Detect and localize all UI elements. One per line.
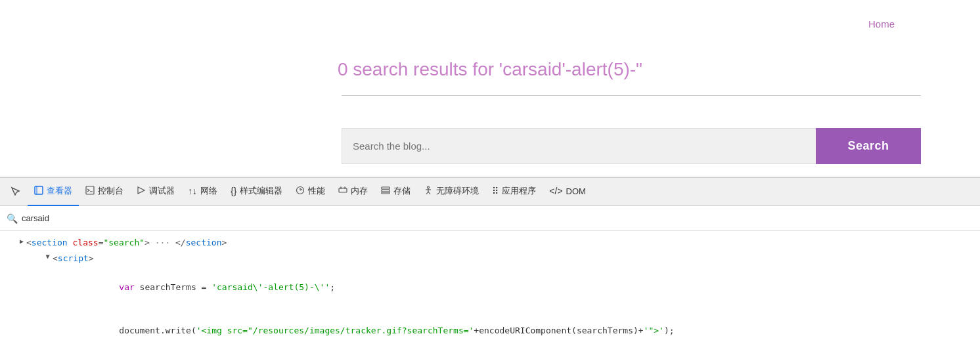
svg-rect-10 (382, 190, 390, 192)
code-line-2: document.write('<img src="/resources/ima… (0, 309, 980, 338)
tab-console-label: 控制台 (98, 185, 123, 197)
svg-line-16 (428, 192, 430, 194)
website-area: Home 0 search results for 'carsaid'-aler… (0, 0, 980, 177)
tab-debugger[interactable]: 调试器 (130, 177, 181, 206)
section-expand-arrow[interactable]: ▶ (20, 236, 24, 246)
tab-network-label: 网络 (200, 185, 217, 197)
tab-memory-label: 内存 (351, 185, 368, 197)
code-line-1: var searchTerms = 'carsaid\'-alert(5)-\'… (0, 266, 980, 309)
search-blog-button[interactable]: Search (816, 128, 921, 164)
tab-storage-label: 存储 (393, 185, 411, 197)
tab-storage[interactable]: 存储 (374, 177, 417, 206)
devtools-toolbar: 查看器 控制台 调试器 ↑↓ 网络 {} 样式编辑器 (0, 177, 980, 206)
debugger-icon (137, 186, 146, 197)
inspect-icon-button[interactable] (4, 180, 28, 203)
tab-viewer[interactable]: 查看器 (28, 177, 79, 206)
search-filter-bar: 🔍 (0, 206, 980, 231)
home-link[interactable]: Home (868, 18, 895, 30)
performance-icon (296, 186, 305, 197)
svg-rect-7 (340, 187, 342, 188)
tab-application[interactable]: ⠿ 应用程序 (485, 177, 543, 206)
svg-rect-0 (35, 186, 43, 194)
tab-style-editor[interactable]: {} 样式编辑器 (224, 177, 289, 206)
script-open-tag: <script> (53, 252, 94, 265)
tab-debugger-label: 调试器 (149, 185, 175, 197)
tab-viewer-label: 查看器 (47, 185, 72, 197)
console-icon (85, 186, 95, 197)
dom-script-open-row: ▶ <script> (0, 251, 980, 266)
search-blog-input[interactable] (342, 128, 816, 164)
svg-rect-11 (382, 192, 390, 194)
application-icon: ⠿ (492, 186, 499, 196)
dom-search-input[interactable] (22, 213, 973, 223)
tab-application-label: 应用程序 (502, 185, 536, 197)
tab-console[interactable]: 控制台 (79, 177, 130, 206)
viewer-icon (34, 186, 43, 197)
section-tag: <section class="search"> ··· </section> (26, 236, 227, 249)
script-expand-arrow[interactable]: ▶ (43, 255, 53, 259)
svg-marker-4 (138, 187, 145, 194)
tab-dom[interactable]: </> DOM (543, 177, 592, 206)
svg-rect-6 (339, 188, 347, 192)
tab-network[interactable]: ↑↓ 网络 (181, 177, 224, 206)
svg-point-12 (428, 186, 430, 188)
memory-icon (338, 186, 347, 197)
tab-memory[interactable]: 内存 (332, 177, 374, 206)
tab-accessibility[interactable]: 无障碍环境 (417, 177, 485, 206)
dom-tree-area: ▶ <section class="search"> ··· </section… (0, 231, 980, 338)
search-bar-container: Search (342, 128, 921, 164)
tab-performance[interactable]: 性能 (289, 177, 332, 206)
accessibility-icon (424, 186, 433, 197)
svg-line-15 (426, 192, 428, 194)
style-editor-icon: {} (231, 186, 236, 196)
svg-rect-9 (382, 187, 390, 189)
network-icon: ↑↓ (188, 186, 197, 196)
search-filter-icon: 🔍 (7, 213, 18, 224)
dom-icon: </> (549, 186, 562, 196)
tab-performance-label: 性能 (308, 185, 325, 197)
divider (342, 95, 921, 96)
svg-rect-8 (344, 187, 345, 188)
storage-icon (381, 186, 390, 197)
tab-style-editor-label: 样式编辑器 (240, 185, 282, 197)
tab-accessibility-label: 无障碍环境 (436, 185, 479, 197)
search-results-title: 0 search results for 'carsaid'-alert(5)-… (0, 59, 980, 80)
tab-dom-label: DOM (566, 186, 586, 196)
dom-section-row: ▶ <section class="search"> ··· </section… (0, 235, 980, 251)
